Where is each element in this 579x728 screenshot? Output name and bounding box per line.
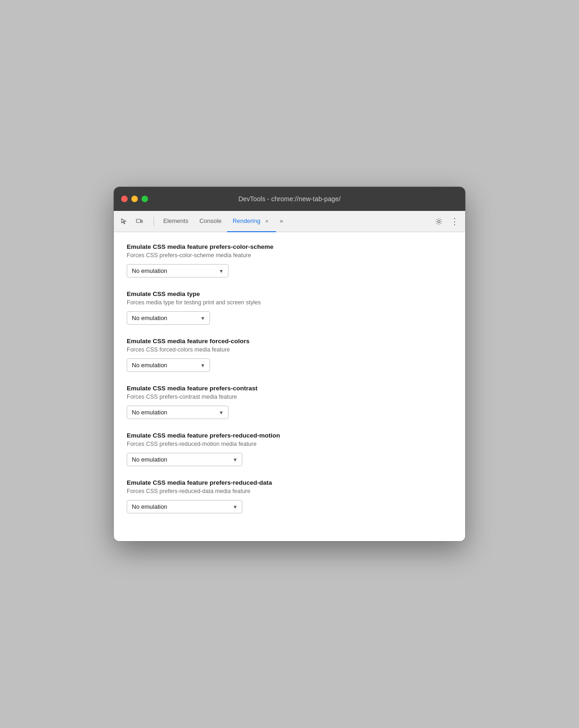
section-desc-prefers-reduced-motion: Forces CSS prefers-reduced-motion media … <box>127 441 452 447</box>
section-title-prefers-contrast: Emulate CSS media feature prefers-contra… <box>127 385 452 392</box>
select-wrapper-media-type: No emulation print screen ▼ <box>127 311 210 325</box>
section-prefers-contrast: Emulate CSS media feature prefers-contra… <box>127 385 452 419</box>
toolbar: Elements Console Rendering × » ⋮ <box>114 211 465 232</box>
close-button[interactable] <box>121 196 128 202</box>
inspect-icon <box>121 218 128 225</box>
minimize-button[interactable] <box>131 196 138 202</box>
section-title-prefers-color-scheme: Emulate CSS media feature prefers-color-… <box>127 243 452 250</box>
inspect-element-button[interactable] <box>117 215 131 228</box>
rendering-panel: Emulate CSS media feature prefers-color-… <box>114 232 465 541</box>
select-prefers-reduced-motion[interactable]: No emulation reduce no-preference <box>127 453 242 466</box>
section-prefers-reduced-motion: Emulate CSS media feature prefers-reduce… <box>127 432 452 466</box>
select-forced-colors[interactable]: No emulation active none <box>127 358 210 372</box>
section-title-prefers-reduced-data: Emulate CSS media feature prefers-reduce… <box>127 479 452 486</box>
section-title-forced-colors: Emulate CSS media feature forced-colors <box>127 338 452 345</box>
tab-rendering[interactable]: Rendering × <box>227 211 276 232</box>
tab-console[interactable]: Console <box>194 211 227 232</box>
select-prefers-contrast[interactable]: No emulation more less forced <box>127 406 228 419</box>
section-desc-prefers-reduced-data: Forces CSS prefers-reduced-data media fe… <box>127 488 452 494</box>
toolbar-divider <box>154 217 154 226</box>
section-prefers-reduced-data: Emulate CSS media feature prefers-reduce… <box>127 479 452 513</box>
section-desc-forced-colors: Forces CSS forced-colors media feature <box>127 346 452 353</box>
svg-point-2 <box>438 220 440 222</box>
select-wrapper-prefers-reduced-data: No emulation reduce no-preference ▼ <box>127 500 242 513</box>
section-media-type: Emulate CSS media type Forces media type… <box>127 290 452 325</box>
titlebar: DevTools - chrome://new-tab-page/ <box>114 187 465 211</box>
section-prefers-color-scheme: Emulate CSS media feature prefers-color-… <box>127 243 452 278</box>
tab-more-button[interactable]: » <box>276 211 287 232</box>
select-prefers-color-scheme[interactable]: No emulation light dark <box>127 264 228 278</box>
toolbar-actions: ⋮ <box>432 215 462 228</box>
section-desc-media-type: Forces media type for testing print and … <box>127 299 452 306</box>
select-wrapper-forced-colors: No emulation active none ▼ <box>127 358 210 372</box>
select-wrapper-prefers-color-scheme: No emulation light dark ▼ <box>127 264 228 278</box>
maximize-button[interactable] <box>142 196 148 202</box>
more-icon: ⋮ <box>450 217 459 226</box>
tabs: Elements Console Rendering × » <box>158 211 430 232</box>
section-title-media-type: Emulate CSS media type <box>127 290 452 297</box>
svg-rect-0 <box>136 219 141 222</box>
section-forced-colors: Emulate CSS media feature forced-colors … <box>127 338 452 372</box>
window-title: DevTools - chrome://new-tab-page/ <box>238 195 340 203</box>
device-toggle-button[interactable] <box>132 215 146 228</box>
settings-button[interactable] <box>432 215 446 228</box>
device-icon <box>136 218 143 225</box>
tab-close-rendering[interactable]: × <box>263 217 271 225</box>
svg-rect-1 <box>141 220 142 222</box>
gear-icon <box>435 218 443 225</box>
section-title-prefers-reduced-motion: Emulate CSS media feature prefers-reduce… <box>127 432 452 439</box>
select-media-type[interactable]: No emulation print screen <box>127 311 210 325</box>
more-options-button[interactable]: ⋮ <box>448 215 462 228</box>
section-desc-prefers-contrast: Forces CSS prefers-contrast media featur… <box>127 394 452 400</box>
section-desc-prefers-color-scheme: Forces CSS prefers-color-scheme media fe… <box>127 252 452 259</box>
traffic-lights <box>121 196 148 202</box>
tab-elements[interactable]: Elements <box>158 211 194 232</box>
select-wrapper-prefers-contrast: No emulation more less forced ▼ <box>127 406 228 419</box>
toolbar-icons <box>117 215 146 228</box>
select-prefers-reduced-data[interactable]: No emulation reduce no-preference <box>127 500 242 513</box>
select-wrapper-prefers-reduced-motion: No emulation reduce no-preference ▼ <box>127 453 242 466</box>
devtools-window: DevTools - chrome://new-tab-page/ Elemen… <box>114 187 465 541</box>
